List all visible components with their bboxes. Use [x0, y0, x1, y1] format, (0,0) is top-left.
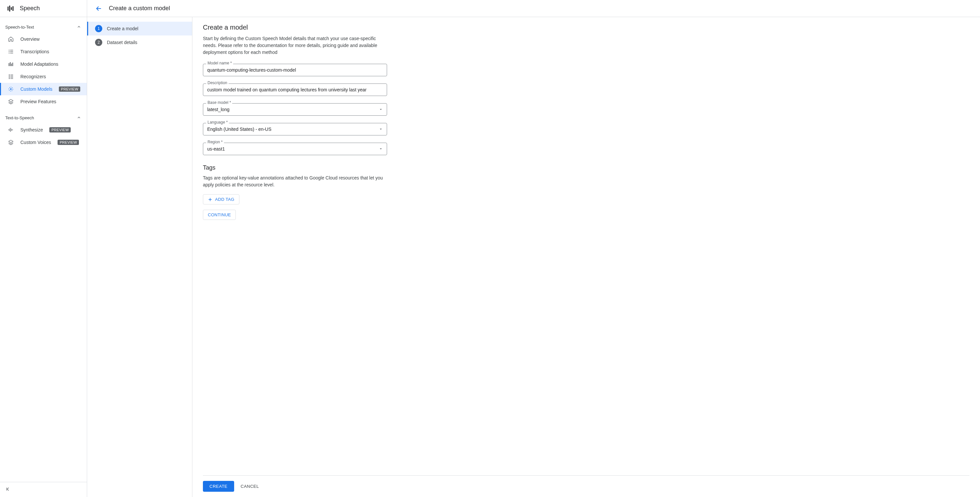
svg-rect-13 — [13, 63, 13, 67]
field-label: Language * — [206, 120, 229, 125]
sidebar-item-label: Synthesize — [21, 127, 43, 132]
sidebar-item-label: Model Adaptations — [21, 62, 58, 67]
wave-icon — [8, 127, 14, 133]
sidebar-item-custom-models[interactable]: Custom Models PREVIEW — [0, 83, 87, 95]
chevron-down-icon — [379, 108, 383, 111]
sidebar-item-overview[interactable]: Overview — [0, 33, 87, 45]
chevron-down-icon — [379, 127, 383, 131]
sidebar-content: Speech-to-Text Overview Transcriptions M… — [0, 17, 87, 482]
svg-rect-10 — [8, 63, 9, 66]
language-select[interactable]: English (United States) - en-US — [203, 123, 387, 135]
field-label: Description — [206, 81, 229, 85]
sidebar-item-custom-voices[interactable]: Custom Voices PREVIEW — [0, 136, 87, 149]
svg-rect-12 — [11, 64, 12, 67]
sidebar-item-label: Custom Voices — [21, 140, 51, 145]
main-header: Create a custom model — [87, 0, 980, 17]
section-header-speech-to-text[interactable]: Speech-to-Text — [0, 21, 87, 33]
svg-rect-1 — [9, 6, 10, 11]
field-base-model: Base model * latest_long — [203, 103, 387, 116]
sidebar-item-label: Recognizers — [21, 74, 46, 79]
preview-badge: PREVIEW — [57, 140, 79, 145]
svg-rect-4 — [8, 50, 10, 51]
field-description: Description — [203, 84, 387, 96]
sidebar-item-label: Preview Features — [21, 99, 56, 104]
model-name-input[interactable] — [203, 64, 387, 76]
base-model-select[interactable]: latest_long — [203, 103, 387, 116]
svg-rect-28 — [13, 130, 13, 130]
svg-rect-27 — [11, 129, 12, 131]
sidebar-item-recognizers[interactable]: Recognizers — [0, 70, 87, 83]
home-icon — [8, 36, 14, 42]
svg-rect-17 — [11, 76, 13, 76]
svg-rect-7 — [10, 51, 13, 52]
form-description: Start by defining the Custom Speech Mode… — [203, 35, 387, 56]
select-value: latest_long — [207, 107, 229, 112]
svg-rect-3 — [13, 6, 13, 11]
svg-rect-5 — [10, 50, 13, 51]
svg-rect-15 — [11, 75, 13, 75]
svg-rect-0 — [8, 6, 8, 11]
svg-rect-8 — [8, 53, 10, 54]
main: Create a custom model 1 Create a model 2… — [87, 0, 980, 497]
create-button[interactable]: CREATE — [203, 481, 234, 492]
svg-point-23 — [10, 89, 12, 90]
plus-icon — [208, 197, 212, 202]
step-dataset-details[interactable]: 2 Dataset details — [87, 35, 192, 49]
step-create-model[interactable]: 1 Create a model — [87, 22, 192, 35]
list-icon — [8, 49, 14, 54]
grid-icon — [8, 74, 14, 79]
description-input[interactable] — [203, 84, 387, 96]
layers-icon — [8, 98, 14, 105]
sidebar-item-transcriptions[interactable]: Transcriptions — [0, 45, 87, 58]
collapse-sidebar-button[interactable] — [5, 486, 11, 492]
sidebar-item-model-adaptations[interactable]: Model Adaptations — [0, 58, 87, 70]
svg-rect-20 — [8, 78, 10, 79]
back-button[interactable] — [95, 5, 102, 12]
tags-description: Tags are optional key-value annotations … — [203, 175, 387, 188]
field-label: Base model * — [206, 100, 232, 105]
svg-rect-16 — [8, 76, 10, 76]
svg-rect-6 — [8, 51, 10, 52]
target-icon — [8, 86, 14, 92]
field-model-name: Model name * — [203, 64, 387, 76]
section-label: Speech-to-Text — [5, 25, 34, 30]
sidebar-item-synthesize[interactable]: Synthesize PREVIEW — [0, 124, 87, 136]
field-language: Language * English (United States) - en-… — [203, 123, 387, 135]
select-value: us-east1 — [207, 146, 225, 151]
region-select[interactable]: us-east1 — [203, 143, 387, 155]
sidebar-item-label: Transcriptions — [21, 49, 49, 54]
steps-panel: 1 Create a model 2 Dataset details — [87, 17, 192, 497]
cancel-button[interactable]: CANCEL — [241, 484, 259, 489]
section-header-text-to-speech[interactable]: Text-to-Speech — [0, 112, 87, 124]
svg-rect-9 — [10, 53, 13, 54]
form-heading: Create a model — [203, 24, 387, 31]
sidebar-footer — [0, 482, 87, 497]
chevron-down-icon — [379, 147, 383, 151]
svg-rect-24 — [8, 130, 9, 130]
svg-rect-14 — [8, 75, 10, 75]
svg-rect-25 — [10, 129, 10, 131]
speech-logo-icon — [6, 5, 14, 13]
svg-rect-19 — [11, 77, 13, 78]
step-number: 1 — [95, 25, 102, 32]
tune-icon — [8, 61, 14, 67]
add-tag-label: ADD TAG — [215, 197, 234, 202]
svg-rect-18 — [8, 77, 10, 78]
section-label: Text-to-Speech — [5, 115, 34, 120]
svg-rect-2 — [11, 7, 12, 10]
sidebar: Speech Speech-to-Text Overview Transcrip… — [0, 0, 87, 497]
field-label: Model name * — [206, 61, 233, 65]
sidebar-item-label: Custom Models — [21, 86, 52, 92]
add-tag-button[interactable]: ADD TAG — [203, 194, 239, 205]
continue-button[interactable]: CONTINUE — [203, 210, 236, 220]
preview-badge: PREVIEW — [59, 86, 80, 92]
main-body: 1 Create a model 2 Dataset details Creat… — [87, 17, 980, 497]
sidebar-item-preview-features[interactable]: Preview Features — [0, 95, 87, 108]
svg-rect-26 — [11, 128, 11, 132]
form-panel: Create a model Start by defining the Cus… — [192, 17, 980, 497]
preview-badge: PREVIEW — [49, 127, 71, 132]
chevron-up-icon — [76, 24, 81, 30]
sidebar-item-label: Overview — [21, 37, 40, 42]
chevron-up-icon — [76, 115, 81, 120]
sidebar-header: Speech — [0, 0, 87, 17]
